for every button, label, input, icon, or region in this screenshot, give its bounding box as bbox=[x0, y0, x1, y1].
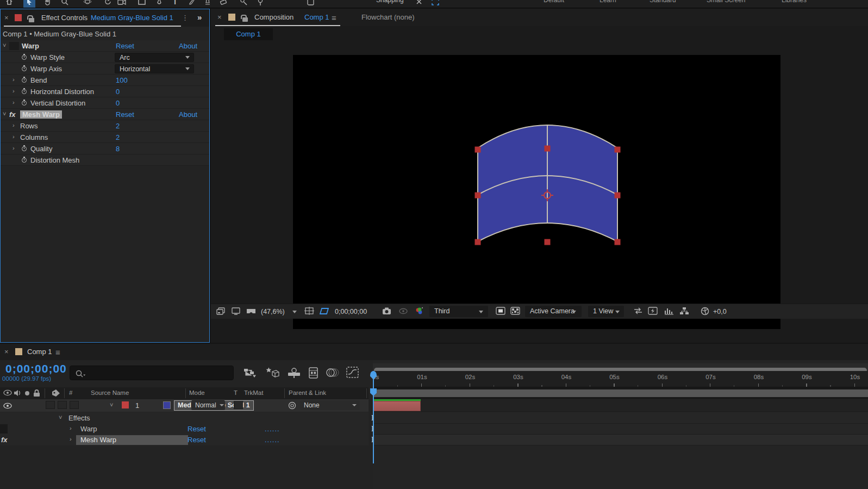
snapshot-camera-icon[interactable] bbox=[382, 307, 392, 317]
panel-menu-icon[interactable]: ⋮ bbox=[182, 14, 189, 22]
close-tab-icon[interactable]: × bbox=[4, 14, 9, 22]
shy-toggle[interactable] bbox=[70, 401, 79, 409]
frame-blending-icon[interactable] bbox=[308, 367, 320, 381]
chevron-down-icon[interactable] bbox=[292, 311, 297, 313]
column-source-name[interactable]: Source Name bbox=[91, 389, 129, 396]
expand-icon[interactable]: › bbox=[70, 436, 72, 442]
time-navigator-track[interactable] bbox=[373, 363, 868, 371]
label-column-icon[interactable] bbox=[52, 389, 61, 397]
vr-goggles-icon[interactable] bbox=[246, 307, 257, 317]
camera-tools-icon[interactable] bbox=[116, 0, 128, 8]
column-t[interactable]: T bbox=[234, 389, 238, 396]
column-trkmat[interactable]: TrkMat bbox=[244, 389, 263, 396]
column-parent-link[interactable]: Parent & Link bbox=[289, 389, 326, 396]
mini-flowchart-icon[interactable] bbox=[679, 307, 689, 317]
rect-tool-icon[interactable] bbox=[136, 0, 148, 8]
expand-icon[interactable]: › bbox=[13, 145, 15, 151]
eye-column-icon[interactable] bbox=[3, 389, 13, 397]
column-mode[interactable]: Mode bbox=[189, 389, 205, 396]
motion-blur-icon[interactable] bbox=[325, 367, 339, 380]
tab-overflow-icon[interactable]: » bbox=[197, 13, 202, 22]
workspace-learn[interactable]: Learn bbox=[600, 0, 616, 4]
transparency-grid-icon[interactable] bbox=[496, 307, 505, 317]
lock-column-icon[interactable] bbox=[33, 389, 40, 397]
shy-icon[interactable] bbox=[287, 367, 301, 380]
zoom-tool-icon[interactable] bbox=[59, 0, 71, 8]
reset-exposure-icon[interactable] bbox=[700, 307, 710, 317]
workspace-small-screen[interactable]: Small Screen bbox=[707, 0, 745, 4]
grid-guides-icon[interactable] bbox=[304, 307, 314, 317]
composition-frame[interactable] bbox=[293, 55, 780, 329]
layer-row[interactable]: ˅ 1 Medium ...Blue Solid 1 Normal None bbox=[0, 399, 369, 412]
snapping-label[interactable]: Snapping bbox=[376, 0, 404, 4]
tab-effect-controls-target[interactable]: Medium Gray-Blue Solid 1 bbox=[91, 14, 173, 22]
layer-duration-bar[interactable] bbox=[373, 401, 421, 411]
collapse-icon[interactable]: ˅ bbox=[3, 110, 6, 117]
hand-tool-icon[interactable] bbox=[42, 0, 54, 8]
time-ruler[interactable]: 00s 01s 02s 03s 04s 05s 06s 07s 08s 09s … bbox=[373, 371, 868, 387]
parent-dropdown[interactable]: None bbox=[300, 400, 360, 410]
puppet-pin-tool-icon[interactable] bbox=[254, 0, 266, 8]
stopwatch-icon[interactable] bbox=[22, 78, 27, 83]
fx-toggle-empty[interactable] bbox=[0, 424, 8, 434]
exposure-histogram-icon[interactable] bbox=[664, 307, 674, 317]
composition-viewer[interactable]: (47,6%) 0;00;00;00 Third Active Camera 1… bbox=[211, 41, 868, 322]
trkmat-box[interactable] bbox=[234, 401, 243, 409]
comp-mini-flowchart-icon[interactable] bbox=[243, 367, 256, 380]
hdist-value[interactable]: 0 bbox=[116, 88, 120, 96]
checkerboard-icon[interactable] bbox=[510, 307, 520, 317]
fx-toggle-empty[interactable] bbox=[9, 42, 19, 50]
layer-expand-icon[interactable]: ˅ bbox=[110, 401, 113, 408]
pick-whip-icon[interactable] bbox=[288, 401, 296, 410]
expand-icon[interactable]: › bbox=[13, 99, 15, 106]
show-snapshot-icon[interactable] bbox=[398, 307, 408, 317]
effect-mesh-warp-header[interactable]: ˅ fx Mesh Warp Reset About bbox=[1, 109, 209, 120]
warped-solid-layer[interactable] bbox=[293, 55, 780, 329]
mesh-warp-link-dots[interactable]: ...... bbox=[265, 436, 280, 444]
channels-icon[interactable] bbox=[415, 307, 426, 317]
eraser-tool-icon[interactable] bbox=[217, 0, 229, 8]
column-hash[interactable]: # bbox=[69, 389, 72, 396]
warp-link-dots[interactable]: ...... bbox=[265, 425, 280, 433]
warp-effect-row[interactable]: › Warp Reset ...... bbox=[0, 424, 369, 435]
type-tool-icon[interactable]: T bbox=[169, 0, 181, 8]
graph-editor-icon[interactable] bbox=[346, 367, 359, 380]
region-of-interest-icon[interactable] bbox=[320, 307, 330, 317]
stopwatch-icon[interactable] bbox=[22, 89, 27, 94]
expand-icon[interactable]: › bbox=[13, 133, 15, 140]
stopwatch-icon[interactable] bbox=[22, 55, 27, 60]
warp-reset-link[interactable]: Reset bbox=[188, 425, 206, 433]
warp-reset-link[interactable]: Reset bbox=[116, 42, 134, 50]
quality-value[interactable]: 8 bbox=[116, 145, 120, 153]
warp-axis-dropdown[interactable]: Horizontal bbox=[115, 64, 194, 73]
brush-tool-icon[interactable] bbox=[185, 0, 197, 8]
tab-composition[interactable]: Composition bbox=[254, 13, 294, 21]
fast-previews-icon[interactable] bbox=[648, 307, 658, 317]
warp-about-link[interactable]: About bbox=[179, 42, 197, 50]
home-icon[interactable] bbox=[3, 0, 15, 8]
expand-icon[interactable]: › bbox=[13, 122, 15, 128]
bend-value[interactable]: 100 bbox=[116, 76, 128, 84]
work-area-bar[interactable] bbox=[373, 389, 868, 397]
clone-stamp-tool-icon[interactable] bbox=[202, 0, 214, 8]
snap-expand-icon[interactable] bbox=[429, 0, 441, 8]
fx-badge[interactable]: fx bbox=[1, 436, 8, 444]
layer-label-color[interactable] bbox=[122, 401, 129, 408]
mesh-warp-reset-link[interactable]: Reset bbox=[188, 436, 206, 444]
rows-value[interactable]: 2 bbox=[116, 122, 120, 130]
close-tab-icon[interactable]: × bbox=[217, 13, 222, 21]
workspace-standard[interactable]: Standard bbox=[650, 0, 676, 4]
tab-flowchart[interactable]: Flowchart (none) bbox=[361, 13, 415, 21]
monitor-icon[interactable] bbox=[232, 307, 241, 317]
mesh-warp-reset-link[interactable]: Reset bbox=[116, 110, 134, 119]
pen-tool-icon[interactable] bbox=[153, 0, 165, 8]
solo-toggle[interactable] bbox=[46, 401, 55, 409]
expand-icon[interactable]: › bbox=[13, 88, 15, 94]
collapse-icon[interactable]: ˅ bbox=[59, 414, 62, 420]
panel-menu-icon[interactable]: ≡ bbox=[55, 348, 60, 357]
collapse-icon[interactable]: ˅ bbox=[3, 42, 6, 48]
stopwatch-icon[interactable] bbox=[22, 66, 27, 71]
tab-timeline-comp1[interactable]: Comp 1 bbox=[27, 348, 52, 356]
selection-tool-icon[interactable] bbox=[23, 0, 35, 8]
stopwatch-icon[interactable] bbox=[22, 101, 27, 106]
